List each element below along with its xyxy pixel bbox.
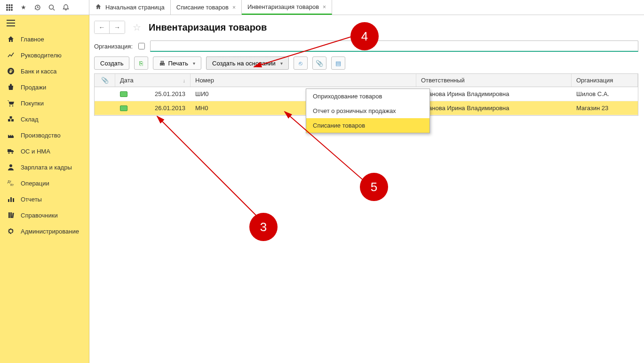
tab-home[interactable]: Начальная страница: [89, 0, 171, 15]
org-label: Организация:: [94, 43, 133, 50]
annotation-5: 5: [360, 173, 388, 201]
sidebar-item-label: Банк и касса: [21, 68, 57, 75]
svg-rect-16: [10, 116, 12, 119]
list-button[interactable]: ▤: [331, 56, 345, 70]
svg-rect-25: [8, 212, 10, 218]
svg-point-3: [6, 7, 8, 8]
tab-writoff[interactable]: Списание товаров ×: [171, 0, 242, 15]
cell-number: ШИ0: [195, 90, 209, 97]
forward-button[interactable]: →: [110, 21, 125, 33]
cell-date: 26.01.2013: [155, 105, 185, 112]
svg-point-17: [8, 153, 10, 154]
svg-point-6: [6, 9, 8, 11]
sidebar-item-label: Главное: [21, 36, 44, 43]
document-posted-icon: [120, 105, 127, 111]
cell-responsible: Иванова Ирина Владимировна: [421, 90, 509, 97]
sidebar-item-operations[interactable]: ДтКтОперации: [0, 175, 89, 191]
factory-icon: [7, 131, 15, 139]
close-icon[interactable]: ×: [232, 4, 236, 11]
svg-point-9: [49, 5, 54, 9]
svg-rect-23: [10, 197, 12, 202]
create-based-button[interactable]: Создать на основании: [206, 56, 289, 70]
related-button[interactable]: ⎋: [294, 56, 308, 70]
sidebar-item-hr[interactable]: Зарплата и кадры: [0, 159, 89, 175]
sidebar-item-purchases[interactable]: Покупки: [0, 95, 89, 111]
apps-icon[interactable]: [6, 4, 13, 11]
home-icon: [95, 3, 102, 11]
chart-icon: [7, 51, 15, 59]
cell-org: Шилов С.А.: [576, 90, 609, 97]
sidebar-item-sales[interactable]: Продажи: [0, 79, 89, 95]
list-icon: ▤: [335, 60, 341, 67]
sidebar-item-label: Справочники: [21, 212, 58, 219]
svg-point-8: [11, 9, 13, 11]
svg-point-18: [12, 153, 13, 154]
cell-org: Магазин 23: [576, 105, 608, 112]
column-number[interactable]: Номер: [191, 74, 416, 87]
menu-item-oprihodovanie[interactable]: Оприходование товаров: [306, 89, 429, 104]
history-icon[interactable]: [34, 4, 41, 11]
close-icon[interactable]: ×: [323, 4, 326, 10]
svg-point-5: [11, 7, 13, 8]
sidebar-item-warehouse[interactable]: Склад: [0, 111, 89, 127]
sidebar-item-main[interactable]: Главное: [0, 31, 89, 47]
column-organization[interactable]: Организация: [572, 74, 638, 87]
sidebar-item-label: ОС и НМА: [21, 148, 50, 155]
sidebar-item-label: Производство: [21, 132, 61, 139]
svg-text:₽: ₽: [9, 69, 13, 74]
svg-line-28: [157, 116, 258, 218]
sidebar-item-production[interactable]: Производство: [0, 127, 89, 143]
gear-icon: [7, 227, 15, 235]
search-icon[interactable]: [48, 4, 56, 11]
create-button[interactable]: Создать: [94, 56, 129, 70]
org-checkbox[interactable]: [138, 43, 145, 49]
column-date[interactable]: Дата↓: [115, 74, 191, 87]
cell-date: 25.01.2013: [155, 90, 185, 97]
copy-button[interactable]: ⎘: [134, 56, 148, 70]
attach-button[interactable]: 📎: [312, 56, 326, 70]
person-icon: [7, 163, 15, 171]
column-attachment[interactable]: 📎: [95, 74, 115, 87]
sidebar-item-label: Отчеты: [21, 196, 42, 203]
sidebar-item-reports[interactable]: Отчеты: [0, 191, 89, 207]
sidebar-item-label: Зарплата и кадры: [21, 164, 72, 171]
tab-writoff-label: Списание товаров: [176, 4, 229, 11]
svg-point-2: [11, 4, 13, 6]
print-button[interactable]: 🖶Печать: [153, 56, 201, 70]
svg-point-4: [8, 7, 10, 8]
operations-icon: ДтКт: [7, 179, 15, 187]
sidebar-item-bank[interactable]: ₽Банк и касса: [0, 63, 89, 79]
sidebar-item-manager[interactable]: Руководителю: [0, 47, 89, 63]
bag-icon: [7, 83, 15, 91]
svg-point-1: [8, 4, 10, 6]
star-icon[interactable]: ★: [20, 4, 27, 11]
favorite-star-icon[interactable]: ☆: [133, 22, 141, 33]
column-responsible[interactable]: Ответственный: [416, 74, 572, 87]
create-based-menu: Оприходование товаров Отчет о розничных …: [306, 89, 430, 133]
sidebar-item-label: Администрирование: [21, 228, 79, 235]
svg-point-12: [9, 105, 10, 106]
svg-rect-22: [8, 199, 9, 202]
sidebar-item-catalogs[interactable]: Справочники: [0, 207, 89, 223]
sidebar: Главное Руководителю ₽Банк и касса Прода…: [0, 15, 89, 363]
bars-icon: [7, 195, 15, 203]
cart-icon: [7, 99, 15, 107]
svg-rect-27: [12, 213, 14, 218]
tab-inventory[interactable]: Инвентаризация товаров ×: [242, 0, 332, 15]
org-input[interactable]: [150, 40, 638, 52]
svg-point-7: [8, 9, 10, 11]
back-button[interactable]: ←: [95, 21, 110, 33]
sidebar-item-label: Руководителю: [21, 52, 62, 59]
document-posted-icon: [120, 91, 127, 97]
sidebar-item-label: Операции: [21, 180, 49, 187]
tab-home-label: Начальная страница: [105, 4, 165, 11]
bell-icon[interactable]: [62, 4, 70, 11]
menu-item-retail-report[interactable]: Отчет о розничных продажах: [306, 104, 429, 118]
sidebar-item-assets[interactable]: ОС и НМА: [0, 143, 89, 159]
sidebar-item-admin[interactable]: Администрирование: [0, 223, 89, 239]
sort-asc-icon: ↓: [183, 78, 186, 83]
sidebar-item-label: Покупки: [21, 100, 44, 107]
burger-icon[interactable]: [0, 15, 89, 31]
svg-rect-26: [10, 212, 12, 218]
menu-item-spisanie[interactable]: Списание товаров: [306, 118, 429, 133]
